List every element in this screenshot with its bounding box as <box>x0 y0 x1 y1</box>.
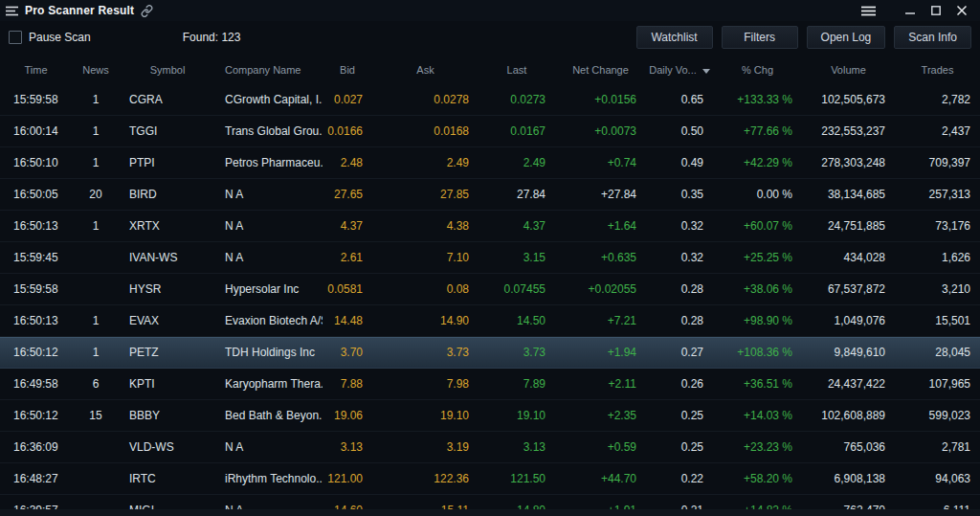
cell-company-name: N A <box>215 211 323 242</box>
cell-pct-chg: +36.51 % <box>713 369 802 400</box>
table-row-irtc[interactable]: 16:48:27IRTCiRhythm Technolo...121.00122… <box>0 463 980 495</box>
table-row-tggi[interactable]: 16:00:141TGGITrans Global Grou...0.01660… <box>0 116 980 147</box>
cell-net-change: +2.35 <box>555 400 646 432</box>
cell-ask: 19.10 <box>372 400 479 432</box>
cell-volume: 24,751,885 <box>802 211 895 242</box>
close-button[interactable] <box>948 1 974 20</box>
maximize-button[interactable] <box>923 1 948 20</box>
cell-bid: 27.65 <box>323 179 372 211</box>
column-header-label: Time <box>24 64 47 76</box>
cell-trades: 15,501 <box>895 305 980 337</box>
cell-pct-chg: +14.03 % <box>713 400 802 432</box>
cell-company-name: Hypersolar Inc <box>215 274 323 305</box>
cell-volume: 278,303,248 <box>802 147 895 179</box>
table-row-ivan-ws[interactable]: 15:59:45IVAN-WSN A2.617.103.15+0.6350.32… <box>0 242 980 274</box>
column-header-label: Daily Vo... <box>649 64 697 76</box>
cell-pct-chg: +77.66 % <box>713 116 802 147</box>
cell-time: 15:59:58 <box>0 84 72 116</box>
cell-last: 121.50 <box>479 463 555 495</box>
column-header-bid[interactable]: Bid <box>323 56 372 84</box>
cell-daily-vol: 0.32 <box>646 211 713 242</box>
titlebar-left: Pro Scanner Result <box>6 4 856 17</box>
column-header-symbol[interactable]: Symbol <box>120 56 215 84</box>
cell-trades: 2,437 <box>895 116 980 147</box>
cell-news: 1 <box>72 84 120 116</box>
cell-last: 0.0273 <box>479 84 555 116</box>
table-row-cgra[interactable]: 15:59:581CGRACGrowth Capital, I...0.0270… <box>0 84 980 116</box>
cell-trades: 107,965 <box>895 369 980 400</box>
header-row: TimeNewsSymbolCompany NameBidAskLastNet … <box>0 56 980 84</box>
cell-daily-vol: 0.35 <box>646 179 713 211</box>
cell-time: 16:50:05 <box>0 179 72 211</box>
table-row-xrtx[interactable]: 16:50:131XRTXN A4.374.384.37+1.640.32+60… <box>0 211 980 242</box>
cell-trades: 3,210 <box>895 274 980 305</box>
found-count: Found: 123 <box>183 31 636 44</box>
cell-ask: 7.10 <box>372 242 479 274</box>
cell-last: 3.73 <box>479 337 555 369</box>
cell-symbol: XRTX <box>120 211 215 242</box>
filters-button[interactable]: Filters <box>722 26 798 49</box>
table-row-petz[interactable]: 16:50:121PETZTDH Holdings Inc3.703.733.7… <box>0 337 980 369</box>
column-header-company-name[interactable]: Company Name <box>215 56 323 84</box>
column-header-trades[interactable]: Trades <box>895 56 980 84</box>
cell-net-change: +1.94 <box>555 337 646 369</box>
toolbar: Pause Scan Found: 123 Watchlist Filters … <box>0 21 980 54</box>
cell-bid: 0.027 <box>323 84 372 116</box>
cell-ask: 14.90 <box>372 305 479 337</box>
column-header-label: Last <box>507 64 527 76</box>
cell-company-name: Evaxion Biotech A/S <box>215 305 323 337</box>
scan-info-button[interactable]: Scan Info <box>894 26 971 49</box>
cell-daily-vol: 0.25 <box>646 400 713 432</box>
open-log-button[interactable]: Open Log <box>807 26 886 49</box>
column-header-last[interactable]: Last <box>479 56 555 84</box>
cell-last: 19.10 <box>479 400 555 432</box>
column-header-label: % Chg <box>742 64 773 76</box>
titlebar: Pro Scanner Result <box>0 0 980 21</box>
pause-scan-checkbox-group[interactable]: Pause Scan <box>9 31 91 44</box>
cell-symbol: CGRA <box>120 84 215 116</box>
titlebar-controls <box>856 1 974 20</box>
cell-last: 0.0167 <box>479 116 555 147</box>
column-header-news[interactable]: News <box>72 56 120 84</box>
table-row-evax[interactable]: 16:50:131EVAXEvaxion Biotech A/S14.4814.… <box>0 305 980 337</box>
column-header-volume[interactable]: Volume <box>802 56 895 84</box>
cell-last: 14.50 <box>479 305 555 337</box>
hamburger-menu-icon[interactable] <box>856 1 881 20</box>
cell-daily-vol: 0.26 <box>646 369 713 400</box>
table-row-vld-ws[interactable]: 16:36:09VLD-WSN A3.133.193.13+0.590.25+2… <box>0 432 980 463</box>
cell-bid: 7.88 <box>323 369 372 400</box>
minimize-button[interactable] <box>897 1 923 20</box>
table-row-bbby[interactable]: 16:50:1215BBBYBed Bath & Beyon...19.0619… <box>0 400 980 432</box>
table-row-hysr[interactable]: 15:59:58HYSRHypersolar Inc0.05810.080.07… <box>0 274 980 305</box>
pause-scan-checkbox[interactable] <box>9 31 22 44</box>
cell-symbol: IVAN-WS <box>120 242 215 274</box>
cell-trades: 599,023 <box>895 400 980 432</box>
column-header-net-change[interactable]: Net Change <box>555 56 646 84</box>
cell-symbol: HYSR <box>120 274 215 305</box>
cell-bid: 14.48 <box>323 305 372 337</box>
cell-time: 16:36:09 <box>0 432 72 463</box>
cell-company-name: Petros Pharmaceu... <box>215 147 323 179</box>
horizontal-scrollbar[interactable] <box>0 509 980 516</box>
column-header-chg[interactable]: % Chg <box>713 56 802 84</box>
cell-ask: 0.0278 <box>372 84 479 116</box>
cell-volume: 232,553,237 <box>802 116 895 147</box>
cell-news: 6 <box>72 369 120 400</box>
link-icon[interactable] <box>141 5 153 17</box>
column-header-time[interactable]: Time <box>0 56 72 84</box>
cell-news: 1 <box>72 147 120 179</box>
cell-time: 16:49:58 <box>0 369 72 400</box>
watchlist-button[interactable]: Watchlist <box>636 26 713 49</box>
table-row-bird[interactable]: 16:50:0520BIRDN A27.6527.8527.84+27.840.… <box>0 179 980 211</box>
cell-bid: 2.48 <box>323 147 372 179</box>
cell-volume: 9,849,610 <box>802 337 895 369</box>
cell-ask: 7.98 <box>372 369 479 400</box>
cell-volume: 6,908,138 <box>802 463 895 495</box>
column-header-ask[interactable]: Ask <box>372 56 479 84</box>
table-row-kpti[interactable]: 16:49:586KPTIKaryopharm Thera...7.887.98… <box>0 369 980 400</box>
cell-pct-chg: +108.36 % <box>713 337 802 369</box>
cell-time: 16:50:12 <box>0 400 72 432</box>
cell-symbol: VLD-WS <box>120 432 215 463</box>
column-header-daily-vo[interactable]: Daily Vo... <box>646 56 713 84</box>
table-row-ptpi[interactable]: 16:50:101PTPIPetros Pharmaceu...2.482.49… <box>0 147 980 179</box>
